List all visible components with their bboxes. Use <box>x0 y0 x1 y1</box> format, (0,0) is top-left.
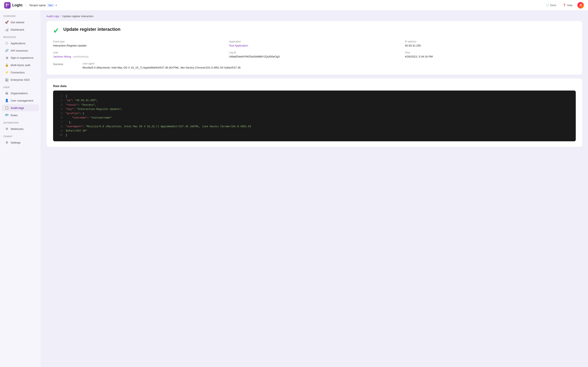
help-button[interactable]: ❓ Help <box>561 3 574 8</box>
sidebar-item-dashboard[interactable]: 📊 Dashboard <box>2 26 39 33</box>
code-line: 6 "username": "testusername" <box>53 116 576 120</box>
sidebar-label-webhooks: Webhooks <box>11 127 24 131</box>
webhooks-icon: ⚙ <box>5 127 9 131</box>
code-line: 3"result": "Success", <box>53 103 576 107</box>
line-content: }, <box>66 120 72 125</box>
application-value[interactable]: Test Application <box>229 44 400 47</box>
line-number: 5 <box>57 111 62 116</box>
breadcrumb-parent-link[interactable]: Audit Logs <box>47 15 59 18</box>
user-field: User Jackson Wong useridsddsdsa <box>53 51 224 58</box>
sidebar-label-roles: Roles <box>11 114 18 117</box>
code-line: 4"key": "Interaction.Register.Update", <box>53 107 576 111</box>
sidebar-item-settings[interactable]: ⚙ Settings <box>2 139 39 146</box>
breadcrumb: Audit Logs / Update register interaction <box>47 15 582 18</box>
connectors-icon: ⚡ <box>5 71 9 74</box>
raw-data-card: Raw data 1{2"ip": "45.93.31.255",3"resul… <box>47 78 582 147</box>
application-field: Application Test Application <box>229 40 400 47</box>
sidebar-item-roles[interactable]: 🪪 Roles <box>2 112 39 119</box>
sidebar-item-connectors[interactable]: ⚡ Connectors <box>2 69 39 76</box>
code-line: 1{ <box>53 94 576 99</box>
sidebar-label-enterprise-sso: Enterprise SSO <box>11 78 30 81</box>
sidebar-label-connectors: Connectors <box>11 71 25 74</box>
sidebar-item-api-resources[interactable]: 🔗 API resources <box>2 47 39 54</box>
event-type-field: Event type Interaction.Register.Update <box>53 40 224 47</box>
log-id-label: Log ID <box>229 51 400 54</box>
event-title: Update register interaction <box>63 27 121 32</box>
sidebar-section-overview: OVERVIEW <box>0 12 41 18</box>
sidebar-label-sign-in: Sign-in experience <box>11 56 34 59</box>
code-line: 8"userAgent": "Mozilla/5.0 (Macintosh; I… <box>53 125 576 129</box>
api-resources-icon: 🔗 <box>5 49 9 52</box>
ip-address-value: 45.93.31.255 <box>405 44 576 47</box>
docs-label: Docs <box>550 4 556 7</box>
sidebar-section-resource: RESOURCE <box>0 33 41 40</box>
sidebar-section-automation: AUTOMATION <box>0 119 41 125</box>
sidebar-item-audit-logs[interactable]: 📋 Audit logs <box>2 104 39 111</box>
chevron-down-icon: ▾ <box>56 4 57 7</box>
breadcrumb-current: Update register interaction <box>62 15 93 18</box>
raw-data-title: Raw data <box>53 84 576 88</box>
line-content: "profile": { <box>66 111 84 116</box>
tenant-name: Tenant name <box>29 4 46 7</box>
audit-logs-icon: 📋 <box>5 106 9 110</box>
applications-icon: ⬡ <box>5 42 9 45</box>
line-content: "key": "Interaction.Register.Update", <box>66 107 122 111</box>
event-type-value: Interaction.Register.Update <box>53 44 224 47</box>
help-label: Help <box>567 4 572 7</box>
sidebar-label-organizations: Organizations <box>11 92 27 95</box>
event-fields-grid: Event type Interaction.Register.Update A… <box>53 40 576 58</box>
organizations-icon: 🏛 <box>5 92 9 95</box>
user-agent-field: User agent Mozilla/5.0 (Macintosh; Intel… <box>82 62 576 69</box>
line-number: 7 <box>57 120 62 125</box>
line-number: 2 <box>57 99 62 103</box>
sidebar-label-applications: Applications <box>11 42 26 45</box>
docs-button[interactable]: 📄 Docs <box>544 3 558 8</box>
user-value: Jackson Wong useridsddsdsa <box>53 55 224 58</box>
line-content: { <box>66 94 67 99</box>
user-id-text: useridsddsdsa <box>73 55 88 58</box>
sidebar-label-mfa: Multi-factor auth <box>11 64 30 67</box>
sidebar-item-user-management[interactable]: 👤 User management <box>2 97 39 104</box>
sidebar-item-webhooks[interactable]: ⚙ Webhooks <box>2 125 39 132</box>
status-value: Success <box>53 62 63 66</box>
breadcrumb-separator: / <box>60 15 61 18</box>
sidebar-item-organizations[interactable]: 🏛 Organizations <box>2 90 39 97</box>
sidebar-section-tenant: TENANT <box>0 133 41 139</box>
sidebar-item-applications[interactable]: ⬡ Applications <box>2 40 39 47</box>
sidebar-item-get-started[interactable]: 🚀 Get started <box>2 19 39 26</box>
topbar-actions: 📄 Docs ❓ Help Й <box>544 2 584 8</box>
settings-icon: ⚙ <box>5 141 9 144</box>
sidebar-label-get-started: Get started <box>11 21 24 24</box>
svg-rect-0 <box>6 4 7 5</box>
main-content: Audit Logs / Update register interaction… <box>41 11 588 367</box>
status-and-agent-row: Success User agent Mozilla/5.0 (Macintos… <box>53 62 576 69</box>
extra-fields: Success User agent Mozilla/5.0 (Macintos… <box>53 62 576 69</box>
code-line: 2"ip": "45.93.31.255", <box>53 99 576 103</box>
docs-icon: 📄 <box>546 4 549 7</box>
line-number: 8 <box>57 125 62 129</box>
svg-rect-1 <box>8 4 9 5</box>
sign-in-icon: 🖥 <box>5 56 9 59</box>
svg-rect-2 <box>6 6 7 7</box>
help-icon: ❓ <box>563 4 566 7</box>
sidebar-label-user-management: User management <box>11 99 33 102</box>
sidebar-label-settings: Settings <box>11 141 21 144</box>
enterprise-sso-icon: 🏢 <box>5 78 9 82</box>
logo[interactable]: Logto <box>4 2 22 8</box>
user-avatar[interactable]: Й <box>577 2 584 8</box>
sidebar-item-sign-in-experience[interactable]: 🖥 Sign-in experience <box>2 54 39 61</box>
user-management-icon: 👤 <box>5 99 9 102</box>
user-name-link[interactable]: Jackson Wong <box>53 55 71 58</box>
sidebar-label-dashboard: Dashboard <box>11 28 24 31</box>
code-line: 7 }, <box>53 120 576 125</box>
sidebar-label-api-resources: API resources <box>11 49 28 52</box>
tenant-selector[interactable]: Tenant name Dev ▾ <box>29 4 57 7</box>
code-line: 10} <box>53 133 576 137</box>
topbar-divider <box>26 3 26 8</box>
time-value: 4/26/2023, 5:34:16 PM <box>405 55 576 58</box>
sidebar-item-multi-factor-auth[interactable]: 🔒 Multi-factor auth <box>2 62 39 68</box>
log-id-value: UMatENw0rFWO5aGbMl8tY2Qol50eOg3 <box>229 55 400 58</box>
line-number: 6 <box>57 116 62 120</box>
sidebar-item-enterprise-sso[interactable]: 🏢 Enterprise SSO <box>2 76 39 83</box>
log-id-field: Log ID UMatENw0rFWO5aGbMl8tY2Qol50eOg3 <box>229 51 400 58</box>
